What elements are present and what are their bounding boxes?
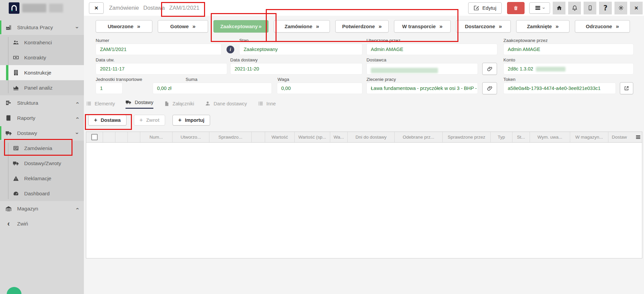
sidebar-item-konstrukcje[interactable]: Konstrukcje xyxy=(0,65,84,80)
field-waga[interactable]: 0,00 xyxy=(277,83,362,94)
tab-zalaczniki[interactable]: Załączniki xyxy=(164,101,194,109)
table-header-wartosc-sp[interactable]: Wartość (sp... xyxy=(295,132,330,142)
gear-icon xyxy=(618,5,624,11)
field-data-utw[interactable]: 2021-11-17 xyxy=(96,63,227,75)
sidebar-item-reklamacje[interactable]: Reklamacje xyxy=(0,171,84,186)
chat-fab-button[interactable] xyxy=(7,287,21,294)
sidebar-item-zamowienia[interactable]: Zamówienia xyxy=(0,141,84,156)
import-button[interactable]: + Importuj xyxy=(172,115,210,126)
home-button[interactable] xyxy=(553,2,565,14)
field-konto[interactable]: 2d8c 1.3.02 xyxy=(503,63,634,75)
sidebar-item-struktura[interactable]: Struktura › xyxy=(0,95,84,110)
notifications-button[interactable] xyxy=(568,2,581,14)
status-step-odrzucone[interactable]: Odrzucone» xyxy=(575,20,630,33)
sidebar-item-label: Struktura xyxy=(17,100,38,106)
truck-icon xyxy=(5,130,12,137)
column-menu-icon[interactable] xyxy=(636,135,641,141)
table-header-row: Num... Utworzo... Sprawdzo... Wartość Wa… xyxy=(86,132,642,143)
open-external-button[interactable] xyxy=(620,82,633,94)
hierarchy-icon xyxy=(5,99,12,106)
detail-tabs: Elementy Dostawy Załączniki Dane dostawc… xyxy=(86,99,276,109)
info-icon[interactable]: i xyxy=(227,46,234,53)
status-step-zamowione[interactable]: Zamówione» xyxy=(274,20,330,33)
table-header-sprawdzone-przez[interactable]: Sprawdzone przez xyxy=(443,132,491,142)
field-dostawca[interactable] xyxy=(366,63,478,75)
attach-work-order-button[interactable] xyxy=(482,82,497,94)
close-document-button[interactable]: × xyxy=(89,2,104,14)
table-header-waga[interactable]: Wa... xyxy=(330,132,348,142)
table-header-typ[interactable]: Typ xyxy=(491,132,512,142)
table-header-w-magazynie[interactable]: W magazyn... xyxy=(570,132,608,142)
attach-supplier-button[interactable] xyxy=(482,63,497,75)
status-step-w-transporcie[interactable]: W transporcie» xyxy=(394,20,451,33)
settings-button[interactable] xyxy=(614,2,627,14)
field-suma[interactable]: 0,00 zł xyxy=(153,83,272,94)
double-arrow-icon: » xyxy=(316,23,319,30)
sidebar-item-kontrakty[interactable]: Kontrakty xyxy=(0,50,84,65)
help-button[interactable]: ? xyxy=(599,2,612,14)
delete-button[interactable] xyxy=(507,2,525,14)
table-body-empty[interactable] xyxy=(86,143,642,258)
field-jednostki[interactable]: 1 xyxy=(96,83,122,94)
table-header[interactable] xyxy=(252,132,265,142)
table-header-st[interactable]: St... xyxy=(512,132,530,142)
field-label-waga: Waga xyxy=(278,77,289,82)
sidebar-item-magazyn[interactable]: Magazyn › xyxy=(0,201,84,216)
add-zwrot-button[interactable]: + Zwrot xyxy=(134,115,165,126)
redacted-brand-text xyxy=(22,4,46,12)
sidebar-item-dostawy-zwroty[interactable]: Dostawy/Zwroty xyxy=(0,156,84,171)
table-header[interactable] xyxy=(128,132,140,142)
close-window-button[interactable]: × xyxy=(630,2,643,14)
field-data-dostawy[interactable]: 2021-11-20 xyxy=(230,63,362,75)
double-arrow-icon: » xyxy=(439,23,442,30)
sidebar-collapse-button[interactable]: ‹ Zwiń xyxy=(0,216,84,231)
status-step-utworzone[interactable]: Utworzone» xyxy=(96,20,152,33)
field-zlecenie-pracy[interactable]: Ława fundamentowa - przyczółek w osi 3 -… xyxy=(366,83,478,94)
table-header-wym-uwagi[interactable]: Wym. uwa... xyxy=(530,132,570,142)
sidebar-item-label: Raporty xyxy=(17,115,35,121)
tab-inne[interactable]: Inne xyxy=(258,101,276,109)
tab-dane-dostawcy[interactable]: Dane dostawcy xyxy=(205,101,247,109)
sidebar-item-dostawy[interactable]: Dostawy › xyxy=(0,126,84,141)
status-step-zamkniete[interactable]: Zamknięte» xyxy=(516,20,569,33)
sidebar-submenu-dostawy: Zamówienia Dostawy/Zwroty Reklamacje xyxy=(0,141,84,201)
edit-button[interactable]: Edytuj xyxy=(468,2,502,14)
table-header-wartosc[interactable]: Wartość xyxy=(265,132,295,142)
field-numer[interactable]: ZAM/1/2021 xyxy=(96,44,221,55)
sidebar-item-kontrahenci[interactable]: Kontrahenci xyxy=(0,35,84,50)
sidebar-item-label: Dashboard xyxy=(24,191,50,197)
field-utworzone-przez[interactable]: Admin AMAGE xyxy=(366,44,497,55)
status-step-dostarczone[interactable]: Dostarczone» xyxy=(456,20,511,33)
more-menu-button[interactable]: › xyxy=(529,2,550,14)
add-dostawa-button[interactable]: + Dostawa xyxy=(88,115,127,126)
sidebar-item-label: Dostawy xyxy=(17,130,37,136)
sidebar-item-panel-analiz[interactable]: Panel analiz xyxy=(0,80,84,95)
tab-elementy[interactable]: Elementy xyxy=(86,101,115,109)
table-header-dni-do-dostawy[interactable]: Dni do dostawy xyxy=(348,132,395,142)
sidebar-item-raporty[interactable]: Raporty › xyxy=(0,110,84,126)
field-zaakceptowane-przez[interactable]: Admin AMAGE xyxy=(503,44,634,55)
select-all-checkbox[interactable] xyxy=(91,134,98,140)
work-structure-icon xyxy=(5,24,12,31)
tab-dostawy[interactable]: Dostawy xyxy=(126,99,153,109)
status-step-potwierdzone[interactable]: Potwierdzone» xyxy=(335,20,389,33)
table-header-utworzono[interactable]: Utworzo... xyxy=(172,132,209,142)
sidebar-item-dashboard[interactable]: Dashboard xyxy=(0,186,84,201)
sidebar-item-label: Panel analiz xyxy=(24,85,52,91)
home-icon xyxy=(556,5,562,11)
field-stan[interactable]: Zaakceptowany xyxy=(239,44,362,55)
table-header-sprawdzono[interactable]: Sprawdzo... xyxy=(209,132,252,142)
mobile-app-button[interactable] xyxy=(584,2,596,14)
status-step-zaakceptowany[interactable]: Zaakceptowany» xyxy=(213,20,268,33)
table-header[interactable] xyxy=(103,132,115,142)
deliveries-table: Num... Utworzo... Sprawdzo... Wartość Wa… xyxy=(86,132,642,258)
table-header-odebrane-przez[interactable]: Odebrane prz... xyxy=(395,132,443,142)
table-header-numer[interactable]: Num... xyxy=(140,132,172,142)
field-token[interactable]: a58e0a4b-1793-4474-a4e0-3ee821e033c1 xyxy=(503,83,616,94)
redacted-brand-text xyxy=(49,4,63,12)
table-header-dostawa[interactable]: Dostaw xyxy=(608,132,642,142)
status-step-gotowe[interactable]: Gotowe» xyxy=(158,20,208,33)
table-header[interactable] xyxy=(115,132,128,142)
button-label: Dostawa xyxy=(101,117,121,123)
sidebar-item-struktura-pracy[interactable]: Struktura Pracy › xyxy=(0,20,84,35)
